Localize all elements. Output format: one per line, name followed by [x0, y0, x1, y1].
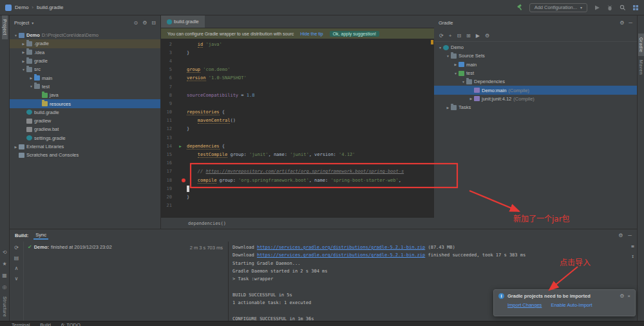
code-line[interactable]: 10repositories { — [161, 108, 434, 117]
import-changes-link[interactable]: Import Changes — [507, 302, 542, 308]
tree-item-gradle[interactable]: ▶gradle — [10, 57, 160, 65]
statusbar-item-todo[interactable]: 6: TODO — [61, 322, 80, 325]
tree-item-gradlew[interactable]: gradlew — [10, 117, 160, 125]
chevron-down-icon[interactable]: ▼ — [445, 54, 451, 58]
chevron-right-icon[interactable]: ▶ — [21, 42, 26, 46]
code-line[interactable]: 8sourceCompatibility = 1.8 — [161, 91, 434, 99]
build-grid-icon[interactable]: ▦ — [2, 273, 7, 278]
statusbar-item-terminal[interactable]: Terminal — [12, 322, 30, 325]
refresh-icon[interactable]: ⟳ — [439, 33, 444, 39]
apply-suggestion-link[interactable]: Ok, apply suggestion! — [330, 31, 379, 37]
hide-tip-link[interactable]: Hide the tip — [300, 32, 323, 36]
scroll-to-end-icon[interactable]: ↧ — [631, 253, 634, 259]
expand-all-icon[interactable]: ∧ — [15, 265, 19, 271]
chevron-right-icon[interactable]: ▶ — [21, 50, 26, 54]
tree-item-main[interactable]: ▶main — [10, 73, 160, 82]
favorites-star-icon[interactable]: ★ — [2, 261, 6, 267]
collapse-all-icon[interactable]: ⊟ — [151, 20, 156, 26]
chevron-right-icon[interactable]: ▶ — [453, 62, 459, 66]
chevron-right-icon[interactable]: ▶ — [21, 59, 26, 63]
code-line[interactable]: 13 — [161, 133, 434, 142]
toolwindow-grid-icon[interactable] — [632, 4, 639, 11]
chevron-right-icon[interactable]: ▶ — [445, 106, 451, 110]
chevron-down-icon[interactable]: ▼ — [28, 84, 34, 88]
locate-file-icon[interactable]: ⊙ — [133, 20, 138, 26]
code-line[interactable]: 21 — [161, 202, 434, 210]
code-line[interactable]: 12} — [161, 125, 434, 133]
tree-item-main[interactable]: ▶main — [434, 61, 637, 69]
run-icon[interactable] — [593, 4, 600, 11]
collapse-all-icon[interactable]: ∨ — [15, 276, 19, 282]
tree-item-test[interactable]: ▼test — [10, 82, 160, 91]
code-line[interactable]: 6version '1.0-SNAPSHOT' — [161, 74, 434, 82]
tool-stripe-maven-button[interactable]: Maven — [638, 56, 644, 79]
tree-item-settings-gradle[interactable]: settings.gradle — [10, 134, 160, 142]
tab-sync[interactable]: Sync — [33, 231, 48, 240]
tool-stripe-structure-button[interactable]: Structure — [2, 292, 8, 321]
rerun-icon[interactable]: ⟲ — [3, 249, 7, 255]
tree-item-test[interactable]: ▼test — [434, 69, 637, 77]
chevron-down-icon[interactable]: ▼ — [21, 68, 26, 72]
tree-item-src[interactable]: ▼src — [10, 65, 160, 73]
tree-item-demo[interactable]: ▼DemoD:\ProjectCore\Idea\Demo — [10, 31, 160, 39]
code-line[interactable]: 17 // https://mvnrepository.com/artifact… — [161, 168, 434, 176]
close-icon[interactable]: × — [627, 293, 630, 299]
app-icon[interactable] — [5, 5, 12, 11]
expand-all-icon[interactable]: ⊞ — [466, 33, 471, 39]
code-line[interactable]: 5group 'com.demo' — [161, 66, 434, 74]
tree-item-external-libraries[interactable]: ▶External Libraries — [10, 142, 160, 151]
code-line[interactable]: 15 testCompile group: 'junit', name: 'ju… — [161, 150, 434, 158]
tree-item-tasks[interactable]: ▶Tasks — [434, 103, 637, 111]
collapse-all-icon[interactable]: ⊟ — [457, 33, 461, 39]
breadcrumb-file[interactable]: build.gradle — [37, 5, 63, 10]
tab-build-gradle[interactable]: build.gradle — [161, 15, 205, 28]
chevron-down-icon[interactable]: ▾ — [32, 21, 33, 25]
tree-item-idea[interactable]: ▶.idea — [10, 48, 160, 57]
filter-icon[interactable]: ▤ — [14, 255, 19, 261]
tool-stripe-gradle-button[interactable]: Gradle — [638, 34, 644, 56]
statusbar-item-build[interactable]: Build — [40, 322, 51, 325]
chevron-right-icon[interactable]: ▶ — [28, 76, 34, 80]
code-line[interactable]: 14▶dependencies { — [161, 142, 434, 150]
code-line[interactable]: 4 — [161, 57, 434, 65]
gear-icon[interactable]: ⚙ — [620, 293, 624, 299]
tree-item-resources[interactable]: resources — [10, 99, 160, 108]
gear-icon[interactable]: ⚙ — [618, 233, 623, 238]
code-editor[interactable]: 2 id 'java'3}45group 'com.demo'6version … — [161, 39, 434, 217]
error-stripe-marker[interactable] — [431, 40, 433, 44]
debug-bug-icon[interactable] — [606, 4, 613, 11]
tree-item-dependencies[interactable]: ▼Dependencies — [434, 77, 637, 86]
gear-icon[interactable]: ⚙ — [620, 20, 624, 26]
tree-item-gradlew-bat[interactable]: gradlew.bat — [10, 125, 160, 133]
build-hammer-icon[interactable] — [516, 4, 524, 11]
code-line[interactable]: 16 — [161, 159, 434, 168]
chevron-down-icon[interactable]: ▼ — [13, 34, 19, 37]
tree-item-gradle[interactable]: ▶.gradle — [10, 39, 160, 48]
rerun-icon[interactable]: ⟳ — [14, 245, 19, 251]
code-line[interactable]: 18 compile group: 'org.springframework.b… — [161, 176, 434, 184]
code-line[interactable]: 19 — [161, 184, 434, 193]
chevron-down-icon[interactable]: ▼ — [437, 46, 443, 50]
gear-icon[interactable]: ⚙ — [142, 20, 147, 26]
code-line[interactable]: 3} — [161, 48, 434, 57]
target-icon[interactable]: ◎ — [3, 284, 7, 290]
tree-item-java[interactable]: java — [10, 91, 160, 99]
hide-icon[interactable]: ─ — [628, 233, 632, 238]
enable-auto-import-link[interactable]: Enable Auto-Import — [551, 302, 592, 308]
tree-item-scratches-and-consoles[interactable]: Scratches and Consoles — [10, 151, 160, 159]
tree-item-junit-junit-4-12[interactable]: ▶junit:junit:4.12(Compile) — [434, 95, 637, 103]
console-link[interactable]: https://services.gradle.org/distribution… — [257, 245, 425, 250]
breadcrumb-project[interactable]: Demo — [15, 5, 28, 10]
code-line[interactable]: 20} — [161, 193, 434, 201]
run-task-icon[interactable]: ▶ — [476, 33, 480, 39]
code-line[interactable]: 11 mavenCentral() — [161, 117, 434, 125]
chevron-down-icon[interactable]: ▼ — [460, 80, 466, 84]
chevron-right-icon[interactable]: ▶ — [13, 145, 19, 149]
toggle-view-icon[interactable]: ≡ — [631, 244, 634, 249]
attach-project-icon[interactable]: + — [449, 33, 452, 39]
run-line-icon[interactable]: ▶ — [174, 144, 187, 148]
code-line[interactable]: 2 id 'java' — [161, 40, 434, 48]
search-icon[interactable] — [619, 4, 626, 11]
tree-item-source-sets[interactable]: ▼Source Sets — [434, 52, 637, 60]
tree-item-demo[interactable]: ▼Demo — [434, 43, 637, 52]
